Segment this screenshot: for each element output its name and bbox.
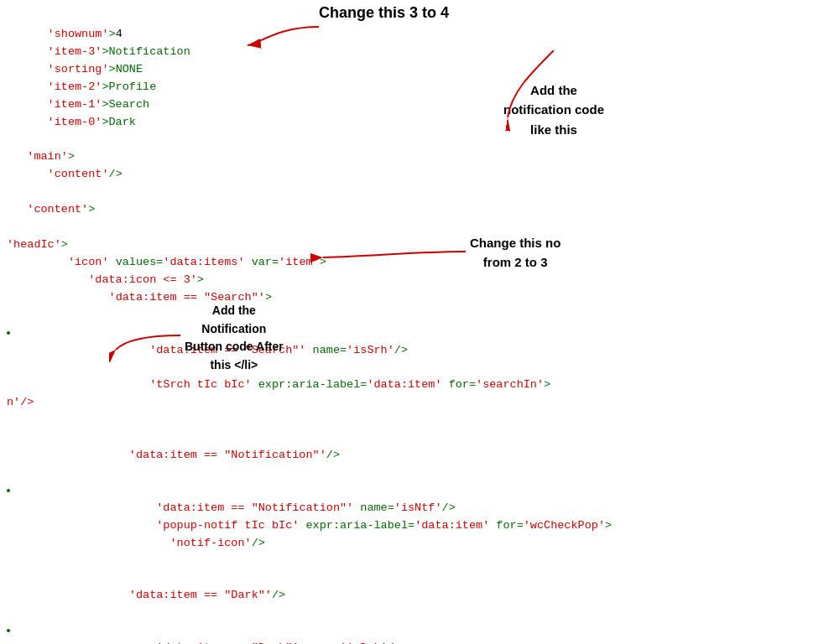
- code-line: 'sorting'>NONE: [0, 61, 829, 79]
- code-line: 'content'/>: [0, 166, 829, 184]
- code-line: 'content'>: [0, 201, 829, 219]
- code-line: [0, 429, 829, 447]
- code-line: 'data:item == "Search"'>: [0, 289, 829, 307]
- code-line: 'main'>: [0, 148, 829, 166]
- code-line: [0, 605, 829, 640]
- code-line: [0, 131, 829, 148]
- code-line: 'item-2'>Profile: [0, 79, 829, 96]
- code-area: 'shownum'>4 'item-3'>Notification 'sorti…: [0, 0, 829, 644]
- code-line: 'data:item == "Dark"' name='isDrk'/>: [0, 640, 829, 644]
- code-line: 'data:item == "Notification"'/>: [0, 447, 829, 465]
- code-line: 'shownum'>4: [0, 26, 829, 44]
- code-line: 'tSrch tIc bIc' expr:aria-label='data:it…: [0, 377, 829, 394]
- code-line: [0, 184, 829, 201]
- annotation-add-notification-code: Add thenotification codelike this: [503, 80, 604, 139]
- code-line: [0, 570, 829, 588]
- code-line: 'popup-notif tIc bIc' expr:aria-label='d…: [0, 517, 829, 535]
- code-line: [0, 307, 829, 342]
- code-line: [0, 412, 829, 429]
- code-line: [0, 465, 829, 500]
- code-line: 'data:item == "Notification"' name='isNt…: [0, 500, 829, 517]
- code-line: 'item-0'>Dark: [0, 114, 829, 132]
- code-line: [0, 553, 829, 570]
- annotation-add-notification-button: Add theNotificationButton code Afterthis…: [185, 302, 284, 375]
- code-line: 'item-3'>Notification: [0, 44, 829, 61]
- code-line: 'data:icon <= 3'>: [0, 272, 829, 289]
- code-line: 'item-1'>Search: [0, 96, 829, 114]
- code-line: [0, 359, 829, 377]
- code-line: 'icon' values='data:items' var='item'>: [0, 254, 829, 272]
- code-line: 'notif-icon'/>: [0, 535, 829, 553]
- annotation-change-no-from-2-to-3: Change this nofrom 2 to 3: [470, 233, 560, 273]
- code-line: n'/>: [0, 394, 829, 412]
- code-line: 'data:item == "Dark"'/>: [0, 587, 829, 605]
- annotation-change-3-to-4: Change this 3 to 4: [319, 2, 449, 25]
- code-line: 'headIc'>: [0, 219, 829, 254]
- code-line: 'data:item == "Search"' name='isSrh'/>: [0, 342, 829, 360]
